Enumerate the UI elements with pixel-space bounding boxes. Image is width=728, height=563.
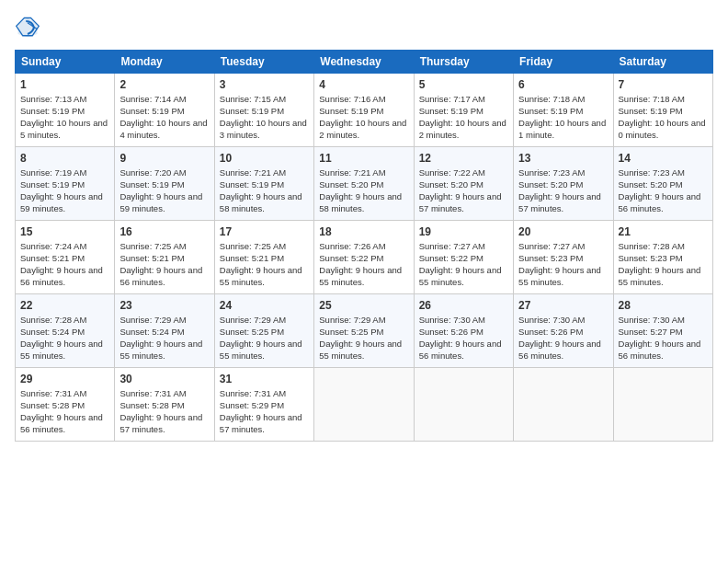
sunset-label: Sunset: 5:25 PM <box>319 327 383 337</box>
day-number: 9 <box>119 151 209 166</box>
sunrise-label: Sunrise: 7:29 AM <box>220 315 286 325</box>
daylight-label: Daylight: 9 hours and 55 minutes. <box>20 339 103 361</box>
sunrise-label: Sunrise: 7:30 AM <box>518 315 585 325</box>
calendar-day-cell: 21Sunrise: 7:28 AMSunset: 5:23 PMDayligh… <box>613 221 712 294</box>
sunset-label: Sunset: 5:19 PM <box>119 179 184 190</box>
calendar-day-cell: 28Sunrise: 7:30 AMSunset: 5:27 PMDayligh… <box>613 294 712 368</box>
daylight-label: Daylight: 9 hours and 56 minutes. <box>20 412 103 434</box>
calendar-day-cell: 3Sunrise: 7:15 AMSunset: 5:19 PMDaylight… <box>214 74 313 147</box>
daylight-label: Daylight: 9 hours and 58 minutes. <box>319 191 402 213</box>
day-number: 28 <box>619 298 708 313</box>
daylight-label: Daylight: 9 hours and 56 minutes. <box>619 339 701 361</box>
calendar-day-cell: 15Sunrise: 7:24 AMSunset: 5:21 PMDayligh… <box>16 221 115 294</box>
daylight-label: Daylight: 10 hours and 4 minutes. <box>119 118 207 140</box>
calendar-day-cell: 20Sunrise: 7:27 AMSunset: 5:23 PMDayligh… <box>514 221 613 294</box>
sunset-label: Sunset: 5:23 PM <box>619 253 683 263</box>
sunrise-label: Sunrise: 7:25 AM <box>119 241 186 251</box>
day-number: 22 <box>20 298 109 313</box>
sunrise-label: Sunrise: 7:23 AM <box>518 167 585 178</box>
daylight-label: Daylight: 9 hours and 59 minutes. <box>20 191 103 213</box>
day-number: 3 <box>220 77 309 92</box>
calendar-day-cell: 13Sunrise: 7:23 AMSunset: 5:20 PMDayligh… <box>514 147 613 221</box>
sunrise-label: Sunrise: 7:28 AM <box>20 315 86 325</box>
sunrise-label: Sunrise: 7:25 AM <box>220 241 286 251</box>
sunrise-label: Sunrise: 7:18 AM <box>518 94 585 104</box>
calendar-week-row: 22Sunrise: 7:28 AMSunset: 5:24 PMDayligh… <box>16 294 713 368</box>
sunrise-label: Sunrise: 7:17 AM <box>419 94 485 104</box>
daylight-label: Daylight: 9 hours and 55 minutes. <box>319 265 402 287</box>
day-of-week-header: Monday <box>115 51 214 74</box>
daylight-label: Daylight: 9 hours and 56 minutes. <box>419 339 502 361</box>
sunrise-label: Sunrise: 7:31 AM <box>20 388 86 398</box>
sunrise-label: Sunrise: 7:30 AM <box>619 315 685 325</box>
calendar-day-cell: 31Sunrise: 7:31 AMSunset: 5:29 PMDayligh… <box>214 368 313 442</box>
logo <box>15 15 44 40</box>
calendar-day-cell: 22Sunrise: 7:28 AMSunset: 5:24 PMDayligh… <box>16 294 115 368</box>
day-number: 10 <box>220 151 309 166</box>
daylight-label: Daylight: 9 hours and 56 minutes. <box>20 265 103 287</box>
sunrise-label: Sunrise: 7:19 AM <box>20 167 86 178</box>
day-number: 7 <box>619 77 708 92</box>
sunrise-label: Sunrise: 7:28 AM <box>619 241 685 251</box>
calendar-day-cell <box>514 368 613 442</box>
sunset-label: Sunset: 5:19 PM <box>20 106 85 116</box>
calendar-day-cell: 25Sunrise: 7:29 AMSunset: 5:25 PMDayligh… <box>314 294 414 368</box>
sunset-label: Sunset: 5:19 PM <box>119 106 184 116</box>
day-number: 14 <box>619 151 708 166</box>
sunset-label: Sunset: 5:21 PM <box>220 253 284 263</box>
daylight-label: Daylight: 9 hours and 57 minutes. <box>220 412 302 434</box>
day-number: 21 <box>619 224 708 239</box>
day-number: 2 <box>119 77 209 92</box>
sunrise-label: Sunrise: 7:15 AM <box>220 94 286 104</box>
sunrise-label: Sunrise: 7:22 AM <box>419 167 485 178</box>
sunset-label: Sunset: 5:20 PM <box>619 179 683 190</box>
sunrise-label: Sunrise: 7:29 AM <box>119 315 186 325</box>
daylight-label: Daylight: 10 hours and 1 minute. <box>518 118 606 140</box>
calendar-header-row: SundayMondayTuesdayWednesdayThursdayFrid… <box>16 51 713 74</box>
sunrise-label: Sunrise: 7:30 AM <box>419 315 485 325</box>
sunrise-label: Sunrise: 7:20 AM <box>119 167 186 178</box>
header <box>15 15 713 40</box>
daylight-label: Daylight: 9 hours and 56 minutes. <box>119 265 202 287</box>
sunrise-label: Sunrise: 7:29 AM <box>319 315 385 325</box>
day-of-week-header: Saturday <box>613 51 712 74</box>
calendar-day-cell: 16Sunrise: 7:25 AMSunset: 5:21 PMDayligh… <box>115 221 214 294</box>
calendar-week-row: 8Sunrise: 7:19 AMSunset: 5:19 PMDaylight… <box>16 147 713 221</box>
daylight-label: Daylight: 10 hours and 2 minutes. <box>419 118 506 140</box>
sunrise-label: Sunrise: 7:31 AM <box>119 388 186 398</box>
calendar-day-cell: 23Sunrise: 7:29 AMSunset: 5:24 PMDayligh… <box>115 294 214 368</box>
sunset-label: Sunset: 5:29 PM <box>220 400 284 410</box>
sunset-label: Sunset: 5:19 PM <box>319 106 383 116</box>
sunrise-label: Sunrise: 7:27 AM <box>419 241 485 251</box>
calendar-container: SundayMondayTuesdayWednesdayThursdayFrid… <box>0 0 728 563</box>
daylight-label: Daylight: 10 hours and 0 minutes. <box>619 118 706 140</box>
calendar-day-cell: 17Sunrise: 7:25 AMSunset: 5:21 PMDayligh… <box>214 221 313 294</box>
sunrise-label: Sunrise: 7:16 AM <box>319 94 385 104</box>
day-of-week-header: Thursday <box>414 51 513 74</box>
day-of-week-header: Friday <box>514 51 613 74</box>
sunset-label: Sunset: 5:21 PM <box>20 253 85 263</box>
sunset-label: Sunset: 5:20 PM <box>419 179 483 190</box>
calendar-table: SundayMondayTuesdayWednesdayThursdayFrid… <box>15 50 713 442</box>
sunset-label: Sunset: 5:24 PM <box>20 327 85 337</box>
calendar-day-cell: 4Sunrise: 7:16 AMSunset: 5:19 PMDaylight… <box>314 74 414 147</box>
sunset-label: Sunset: 5:25 PM <box>220 327 284 337</box>
calendar-day-cell <box>613 368 712 442</box>
sunrise-label: Sunrise: 7:21 AM <box>319 167 385 178</box>
day-number: 8 <box>20 151 109 166</box>
calendar-day-cell: 12Sunrise: 7:22 AMSunset: 5:20 PMDayligh… <box>414 147 513 221</box>
daylight-label: Daylight: 9 hours and 57 minutes. <box>419 191 502 213</box>
day-of-week-header: Sunday <box>16 51 115 74</box>
day-number: 15 <box>20 224 109 239</box>
sunset-label: Sunset: 5:26 PM <box>518 327 583 337</box>
calendar-week-row: 15Sunrise: 7:24 AMSunset: 5:21 PMDayligh… <box>16 221 713 294</box>
sunrise-label: Sunrise: 7:18 AM <box>619 94 685 104</box>
daylight-label: Daylight: 9 hours and 55 minutes. <box>419 265 502 287</box>
day-number: 20 <box>518 224 608 239</box>
day-number: 26 <box>419 298 508 313</box>
sunrise-label: Sunrise: 7:24 AM <box>20 241 86 251</box>
daylight-label: Daylight: 10 hours and 3 minutes. <box>220 118 307 140</box>
day-of-week-header: Wednesday <box>314 51 414 74</box>
calendar-day-cell: 7Sunrise: 7:18 AMSunset: 5:19 PMDaylight… <box>613 74 712 147</box>
calendar-day-cell <box>314 368 414 442</box>
